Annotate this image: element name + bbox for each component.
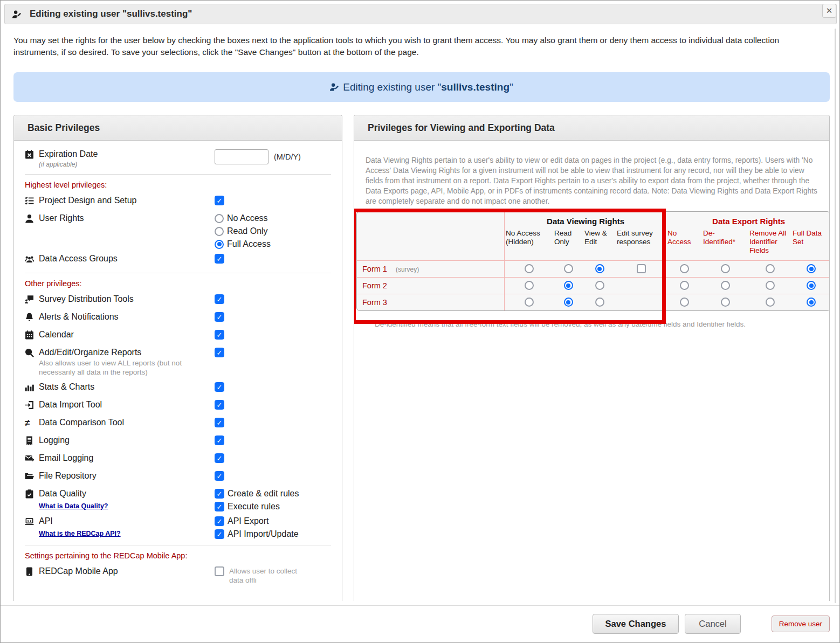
checkbox-option-create-edit-rules[interactable]: ✓Create & edit rules <box>215 489 299 499</box>
dialog-title: Editing existing user "sullivs.testing" <box>30 9 192 19</box>
privilege-label: Logging <box>39 435 70 445</box>
radio-form-2-view-edit[interactable] <box>595 281 604 290</box>
section-heading-highest-level-privileges: Highest level privileges: <box>25 181 331 189</box>
checkbox-form-1-edit-survey-responses[interactable] <box>637 264 646 273</box>
checkbox-execute-rules[interactable]: ✓ <box>215 502 224 511</box>
radio-form-2-export-remove-all-identifier-fields[interactable] <box>766 281 775 290</box>
radio-form-3-export-remove-all-identifier-fields[interactable] <box>766 298 775 307</box>
privilege-row-add-edit-organize-reports: Add/Edit/Organize ReportsAlso allows use… <box>25 348 331 377</box>
checkbox-data-access-groups[interactable]: ✓ <box>215 254 224 264</box>
privilege-label: Add/Edit/Organize Reports <box>39 348 141 357</box>
privilege-row-alerts-notifications: Alerts & Notifications ✓ <box>25 312 331 325</box>
checkbox-option-api-export[interactable]: ✓API Export <box>215 516 299 526</box>
clipboard-icon <box>25 489 38 499</box>
radio-form-2-read-only[interactable] <box>564 281 573 290</box>
radio-form-2-no-access-hidden[interactable] <box>525 281 534 290</box>
radio-form-3-export-de-identified[interactable] <box>721 298 730 307</box>
radio-form-2-export-de-identified[interactable] <box>721 281 730 290</box>
user-edit-icon <box>12 10 25 19</box>
checkbox-option-execute-rules[interactable]: ✓Execute rules <box>215 502 299 511</box>
expiration-date-input[interactable] <box>215 149 268 164</box>
privilege-label: Stats & Charts <box>39 382 94 391</box>
checkbox-add-edit-organize-reports[interactable]: ✓ <box>215 348 224 357</box>
notequal-icon: ≠ <box>25 418 38 427</box>
chart-icon <box>25 383 38 392</box>
privilege-row-data-comparison-tool: ≠Data Comparison Tool ✓ <box>25 418 331 431</box>
user-icon <box>25 214 38 223</box>
radio-user-rights-full-access[interactable] <box>215 240 224 249</box>
privilege-label: Data Quality <box>39 489 86 498</box>
radio-form-3-export-full-data-set[interactable] <box>807 298 816 307</box>
checkbox-stats-charts[interactable]: ✓ <box>215 382 224 392</box>
radio-form-3-view-edit[interactable] <box>595 298 604 307</box>
privilege-row-file-repository: File Repository ✓ <box>25 471 331 484</box>
banner-username: sullivs.testing <box>441 81 509 93</box>
scrollbar[interactable] <box>835 29 836 603</box>
radio-option-no-access[interactable]: No Access <box>215 213 271 223</box>
radio-form-1-view-edit[interactable] <box>595 264 604 273</box>
expiration-date-label: Expiration Date <box>39 149 215 159</box>
divider <box>25 273 331 273</box>
radio-form-2-export-no-access[interactable] <box>680 281 689 290</box>
privilege-label: Data Access Groups <box>39 254 118 263</box>
privilege-row-email-logging: Email Logging ✓ <box>25 453 331 466</box>
radio-option-read-only[interactable]: Read Only <box>215 226 271 236</box>
radio-form-1-export-de-identified[interactable] <box>721 264 730 273</box>
checkbox-email-logging[interactable]: ✓ <box>215 453 224 463</box>
radio-form-3-export-no-access[interactable] <box>680 298 689 307</box>
footer: Save Changes Cancel Remove user <box>593 614 830 634</box>
cancel-button[interactable]: Cancel <box>685 614 740 634</box>
radio-form-1-export-no-access[interactable] <box>680 264 689 273</box>
radio-form-1-no-access-hidden[interactable] <box>525 264 534 273</box>
import-icon <box>25 400 38 410</box>
users-icon <box>25 254 38 264</box>
close-button[interactable]: ✕ <box>822 4 836 18</box>
radio-user-rights-no-access[interactable] <box>215 214 224 223</box>
checkbox-calendar[interactable]: ✓ <box>215 330 224 340</box>
export-col-de-identified: De-Identified* <box>702 227 748 260</box>
privilege-row-data-quality: Data QualityWhat is Data Quality? ✓Creat… <box>25 489 331 511</box>
privilege-row-user-rights: User Rights No AccessRead OnlyFull Acces… <box>25 213 331 249</box>
radio-form-3-read-only[interactable] <box>564 298 573 307</box>
divider <box>25 174 331 175</box>
checkbox-alerts-notifications[interactable]: ✓ <box>215 312 224 322</box>
checkbox-project-design-and-setup[interactable]: ✓ <box>215 196 224 205</box>
checkbox-data-import-tool[interactable]: ✓ <box>215 400 224 410</box>
privilege-row-data-import-tool: Data Import Tool ✓ <box>25 400 331 413</box>
checkbox-create-edit-rules[interactable]: ✓ <box>215 489 224 499</box>
checkbox-redcap-mobile-app[interactable] <box>215 566 224 576</box>
checkbox-data-comparison-tool[interactable]: ✓ <box>215 418 224 427</box>
tasks-icon <box>25 196 38 205</box>
checkbox-logging[interactable]: ✓ <box>215 435 224 445</box>
help-link-api[interactable]: What is the REDCap API? <box>39 530 121 537</box>
radio-user-rights-read-only[interactable] <box>215 227 224 236</box>
help-link-data-quality[interactable]: What is Data Quality? <box>39 502 108 510</box>
expiration-date-sublabel: (if applicable) <box>39 161 215 168</box>
form-note: (survey) <box>396 266 419 273</box>
privilege-row-logging: Logging ✓ <box>25 435 331 448</box>
radio-form-3-no-access-hidden[interactable] <box>525 298 534 307</box>
privilege-row-redcap-mobile-app: REDCap Mobile App Allows user to collect… <box>25 566 331 585</box>
viewing-col-view-edit: View & Edit <box>583 227 616 260</box>
save-changes-button[interactable]: Save Changes <box>593 614 679 634</box>
folder-icon <box>25 472 38 481</box>
radio-form-1-export-remove-all-identifier-fields[interactable] <box>766 264 775 273</box>
rights-row-form-1: Form 1(survey) <box>357 260 830 277</box>
radio-form-2-export-full-data-set[interactable] <box>807 281 816 290</box>
checkbox-option-api-import-update[interactable]: ✓API Import/Update <box>215 529 299 539</box>
checkbox-note: Allows user to collect data offli <box>229 566 305 585</box>
survey-icon <box>25 295 38 304</box>
export-col-full-data-set: Full Data Set <box>791 227 830 260</box>
privilege-label: Calendar <box>39 330 74 339</box>
radio-option-full-access[interactable]: Full Access <box>215 239 271 249</box>
radio-form-1-read-only[interactable] <box>564 264 573 273</box>
checkbox-file-repository[interactable]: ✓ <box>215 471 224 481</box>
dialog-header: Editing existing user "sullivs.testing" <box>4 4 837 24</box>
checkbox-api-export[interactable]: ✓ <box>215 516 224 526</box>
remove-user-button[interactable]: Remove user <box>772 616 830 632</box>
checkbox-api-import-update[interactable]: ✓ <box>215 529 224 539</box>
footer-divider <box>1 605 840 606</box>
radio-form-1-export-full-data-set[interactable] <box>807 264 816 273</box>
rights-table: Data Viewing RightsData Export RightsNo … <box>357 212 830 310</box>
checkbox-survey-distribution-tools[interactable]: ✓ <box>215 294 224 304</box>
